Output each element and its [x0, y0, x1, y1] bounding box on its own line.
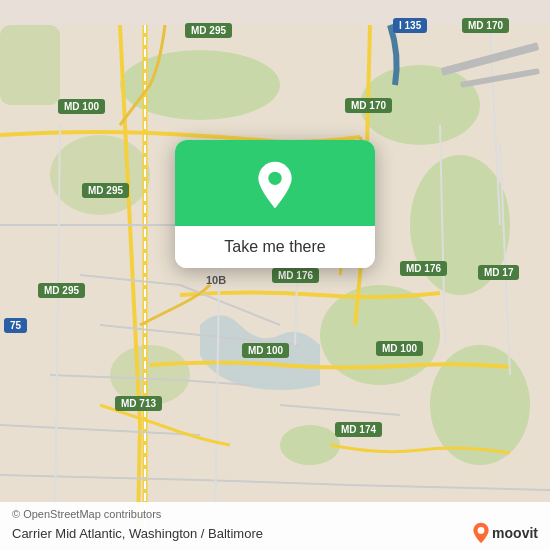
- badge-10b: 10B: [206, 270, 226, 288]
- badge-md170-top: MD 170: [462, 15, 509, 33]
- svg-point-36: [478, 527, 485, 534]
- badge-md100-left: MD 100: [58, 96, 105, 114]
- attribution-text: © OpenStreetMap contributors: [12, 508, 538, 520]
- svg-rect-8: [0, 25, 60, 105]
- location-pin-icon: [250, 160, 300, 210]
- take-me-there-button[interactable]: Take me there: [175, 226, 375, 268]
- svg-point-35: [268, 172, 281, 185]
- moovit-brand-text: moovit: [492, 525, 538, 541]
- badge-md295-bot: MD 295: [38, 280, 85, 298]
- badge-md170-mid: MD 170: [345, 95, 392, 113]
- badge-md17x: MD 17: [478, 262, 519, 280]
- attribution-bar: © OpenStreetMap contributors Carrier Mid…: [0, 502, 550, 550]
- badge-i75: 75: [4, 315, 27, 333]
- attribution-title: Carrier Mid Atlantic, Washington / Balti…: [12, 522, 538, 544]
- map-container: MD 295 I 135 MD 170 MD 100 MD 170 170 MD…: [0, 0, 550, 550]
- svg-point-4: [50, 135, 150, 215]
- svg-point-5: [320, 285, 440, 385]
- badge-md174: MD 174: [335, 419, 382, 437]
- badge-md295-mid: MD 295: [82, 180, 129, 198]
- badge-md100-bot-left: MD 100: [242, 340, 289, 358]
- moovit-logo: moovit: [472, 522, 538, 544]
- popup-card: Take me there: [175, 140, 375, 268]
- map-title: Carrier Mid Atlantic, Washington / Balti…: [12, 526, 263, 541]
- badge-md176-right: MD 176: [400, 258, 447, 276]
- popup-header: [175, 140, 375, 226]
- badge-md295-top: MD 295: [185, 20, 232, 38]
- badge-i135: I 135: [393, 15, 427, 33]
- moovit-pin-icon: [472, 522, 490, 544]
- badge-md100-bot-right: MD 100: [376, 338, 423, 356]
- badge-md713: MD 713: [115, 393, 162, 411]
